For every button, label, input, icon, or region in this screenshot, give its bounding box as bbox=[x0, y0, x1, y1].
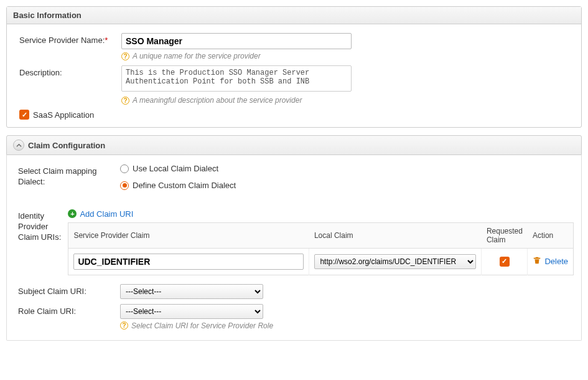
sp-name-help: ? A unique name for the service provider bbox=[121, 52, 572, 60]
radio-icon bbox=[120, 164, 129, 173]
role-claim-row: Role Claim URI: ---Select--- ? Select Cl… bbox=[14, 304, 574, 330]
claim-configuration-header[interactable]: Claim Configuration bbox=[6, 135, 582, 155]
claim-configuration-body: Select Claim mapping Dialect: Use Local … bbox=[6, 155, 582, 341]
radio-custom-dialect[interactable]: Define Custom Claim Dialect bbox=[120, 181, 574, 190]
saas-application-label: SaaS Application bbox=[33, 110, 94, 120]
help-icon: ? bbox=[121, 97, 129, 105]
sp-name-help-text: A unique name for the service provider bbox=[133, 52, 261, 60]
service-provider-name-label: Service Provider Name:* bbox=[16, 33, 121, 45]
col-header-sp-claim: Service Provider Claim bbox=[68, 222, 309, 248]
table-row: http://wso2.org/claims/UDC_IDENTIFIER ✓ bbox=[68, 248, 574, 275]
description-field: This is the Production SSO Manager Serve… bbox=[121, 65, 572, 105]
role-claim-help-text: Select Claim URI for Service Provider Ro… bbox=[131, 321, 273, 330]
idp-claim-uris-row: Identity Provider Claim URIs: + Add Clai… bbox=[14, 209, 574, 275]
service-provider-name-input[interactable] bbox=[121, 33, 352, 49]
trash-icon bbox=[533, 256, 541, 267]
service-provider-name-field: ? A unique name for the service provider bbox=[121, 33, 572, 60]
radio-local-dialect[interactable]: Use Local Claim Dialect bbox=[120, 164, 574, 173]
col-header-local-claim: Local Claim bbox=[309, 222, 482, 248]
radio-icon bbox=[120, 181, 129, 190]
description-textarea[interactable]: This is the Production SSO Manager Serve… bbox=[121, 65, 352, 92]
idp-claim-uris-field: + Add Claim URI Service Provider Claim L… bbox=[68, 209, 574, 275]
description-help: ? A meaningful description about the ser… bbox=[121, 96, 572, 105]
claim-mapping-table: Service Provider Claim Local Claim Reque… bbox=[68, 222, 574, 275]
subject-claim-select[interactable]: ---Select--- bbox=[120, 284, 263, 299]
claim-configuration-panel: Claim Configuration Select Claim mapping… bbox=[6, 135, 582, 341]
service-provider-name-row: Service Provider Name:* ? A unique name … bbox=[16, 33, 572, 60]
dialect-row: Select Claim mapping Dialect: Use Local … bbox=[14, 164, 574, 204]
basic-information-header: Basic Information bbox=[7, 7, 581, 24]
role-claim-label: Role Claim URI: bbox=[14, 304, 120, 316]
dialect-label: Select Claim mapping Dialect: bbox=[14, 164, 120, 188]
saas-application-row: ✓ SaaS Application bbox=[16, 110, 572, 120]
delete-claim-link[interactable]: Delete bbox=[533, 256, 568, 267]
basic-information-panel: Basic Information Service Provider Name:… bbox=[6, 6, 582, 128]
sp-claim-input[interactable] bbox=[73, 254, 304, 270]
basic-information-title: Basic Information bbox=[13, 11, 82, 20]
col-header-action: Action bbox=[528, 222, 574, 248]
claim-configuration-title: Claim Configuration bbox=[28, 141, 105, 150]
collapse-toggle-icon[interactable] bbox=[13, 140, 24, 151]
add-claim-uri-text: Add Claim URI bbox=[80, 209, 133, 219]
role-claim-select[interactable]: ---Select--- bbox=[120, 304, 263, 319]
help-icon: ? bbox=[121, 52, 129, 60]
description-help-text: A meaningful description about the servi… bbox=[133, 96, 302, 105]
local-claim-select[interactable]: http://wso2.org/claims/UDC_IDENTIFIER bbox=[314, 254, 476, 269]
requested-claim-checkbox[interactable]: ✓ bbox=[500, 257, 510, 267]
description-label: Description: bbox=[16, 65, 121, 77]
basic-information-body: Service Provider Name:* ? A unique name … bbox=[7, 24, 581, 127]
plus-icon: + bbox=[68, 209, 77, 218]
col-header-requested: Requested Claim bbox=[482, 222, 528, 248]
role-claim-help: ? Select Claim URI for Service Provider … bbox=[120, 321, 574, 330]
add-claim-uri-link[interactable]: + Add Claim URI bbox=[68, 209, 133, 219]
saas-application-checkbox[interactable]: ✓ bbox=[19, 110, 29, 120]
sp-name-label-text: Service Provider Name: bbox=[19, 36, 105, 45]
description-row: Description: This is the Production SSO … bbox=[16, 65, 572, 105]
dialect-radio-group: Use Local Claim Dialect Define Custom Cl… bbox=[120, 164, 574, 197]
radio-local-label: Use Local Claim Dialect bbox=[133, 164, 218, 173]
subject-claim-row: Subject Claim URI: ---Select--- bbox=[14, 284, 574, 299]
delete-text: Delete bbox=[544, 257, 568, 266]
subject-claim-field: ---Select--- bbox=[120, 284, 574, 299]
help-icon: ? bbox=[120, 321, 128, 330]
required-star: * bbox=[105, 36, 108, 45]
idp-claim-uris-label: Identity Provider Claim URIs: bbox=[14, 209, 68, 243]
radio-custom-label: Define Custom Claim Dialect bbox=[133, 181, 236, 190]
role-claim-field: ---Select--- ? Select Claim URI for Serv… bbox=[120, 304, 574, 330]
subject-claim-label: Subject Claim URI: bbox=[14, 284, 120, 296]
